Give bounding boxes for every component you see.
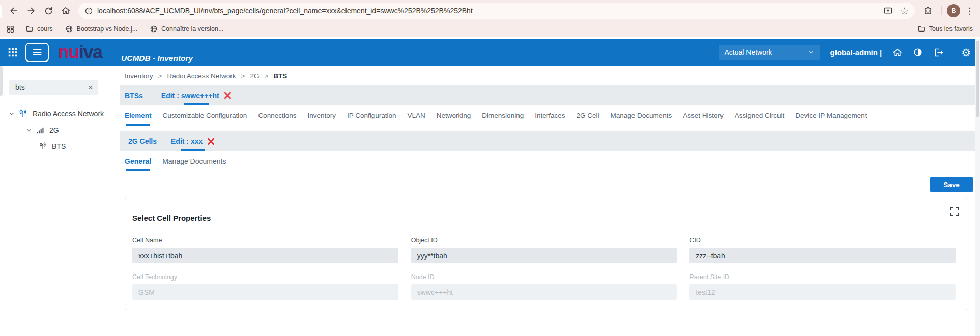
parent-site-id-input [689,284,956,300]
back-button[interactable] [5,2,22,19]
breadcrumb-item[interactable]: Radio Access Network [167,72,236,80]
bookmark-star-icon[interactable]: ☆ [900,6,909,16]
chevron-down-icon[interactable] [8,110,15,117]
field-cid: CID [689,237,956,263]
cell-name-input[interactable] [132,248,398,263]
site-info-icon[interactable] [84,7,93,15]
signal-bars-icon [36,126,44,135]
cid-input[interactable] [689,248,956,263]
bts-tab-strip: BTSs Edit : swwc+++ht [120,85,980,105]
tab-vlan[interactable]: VLAN [408,105,425,126]
element-tabs: Element Customizable Configuration Conne… [120,105,980,126]
reload-button[interactable] [40,2,57,19]
tab-connections[interactable]: Connections [258,105,296,126]
address-bar[interactable]: localhost:6088/ACE_UCMDB_UI/inv/bts_page… [78,3,915,19]
profile-avatar[interactable]: B [947,4,960,17]
active-tab-underline [126,169,150,171]
logged-in-user: global-admin | [830,48,882,57]
chevron-down-icon[interactable] [25,127,33,134]
field-label: Cell Technology [132,273,398,281]
network-select[interactable]: Actual Network [719,45,820,60]
bookmarks-bar: cours Bootstrap vs Node.j... Connaître l… [0,21,980,37]
breadcrumb: Inventory > Radio Access Network > 2G > … [120,66,980,85]
field-label: Parent Site ID [689,273,956,281]
settings-gear-icon[interactable]: ⚙ [961,47,971,58]
close-tab-icon[interactable] [224,91,232,99]
folder-icon [25,25,34,33]
breadcrumb-current: BTS [273,72,287,80]
object-id-input[interactable] [411,248,677,263]
page-title: UCMDB - Inventory [121,54,193,63]
breadcrumb-item[interactable]: 2G [250,72,259,80]
forward-button[interactable] [22,2,40,19]
apps-grid-icon[interactable] [6,25,15,34]
url-text: localhost:6088/ACE_UCMDB_UI/inv/bts_page… [97,7,473,15]
tree-item-radio-access-network[interactable]: Radio Access Network [0,106,120,122]
tab-2g-cells[interactable]: 2G Cells [128,137,157,145]
tab-element[interactable]: Element [125,105,152,126]
menu-toggle-button[interactable] [25,43,49,62]
field-parent-site-id: Parent Site ID [689,273,956,300]
search-input[interactable] [14,83,88,92]
breadcrumb-separator: > [158,72,162,80]
tab-customizable-configuration[interactable]: Customizable Configuration [163,105,247,126]
app-header: nuiva UCMDB - Inventory Actual Network g… [0,39,980,66]
page-scrollbar [975,39,980,336]
tab-edge-sliver [0,5,2,18]
tab-inventory[interactable]: Inventory [307,105,336,126]
install-app-icon[interactable] [883,6,893,16]
node-id-input [411,284,677,300]
tab-device-ip-management[interactable]: Device IP Management [795,105,867,126]
bookmark-connaitre-la-version[interactable]: Connaître la version... [150,25,223,33]
breadcrumb-item[interactable]: Inventory [125,72,153,80]
bookmark-bootstrap-vs-node[interactable]: Bootstrap vs Node.j... [65,25,138,33]
extensions-icon[interactable] [919,2,936,19]
panel-edge-handle[interactable] [0,66,3,96]
tree-item-2g[interactable]: 2G [0,122,120,138]
bookmark-cours[interactable]: cours [25,25,53,33]
sidebar: × Radio Access Network 2G [0,66,121,336]
field-label: CID [689,237,956,244]
tab-asset-history[interactable]: Asset History [683,105,724,126]
breadcrumb-separator: > [264,72,268,80]
browser-window: localhost:6088/ACE_UCMDB_UI/inv/bts_page… [0,0,980,336]
field-cell-technology: Cell Technology [132,273,398,300]
tab-networking[interactable]: Networking [437,105,471,126]
tab-manage-documents[interactable]: Manage Documents [610,105,672,126]
contrast-icon[interactable] [913,47,923,57]
clear-search-icon[interactable]: × [88,83,93,92]
nuiva-logo: nuiva [58,43,102,62]
tab-btss[interactable]: BTSs [125,91,143,100]
home-icon[interactable] [892,47,903,58]
card-title: Select Cell Properties [132,213,211,222]
tab-manage-documents-cell[interactable]: Manage Documents [162,151,226,171]
tab-general[interactable]: General [125,151,151,171]
home-button[interactable] [57,2,74,19]
tree-item-bts[interactable]: BTS [0,138,120,155]
tab-assigned-circuit[interactable]: Assigned Circuit [735,105,785,126]
close-tab-icon[interactable] [207,138,215,145]
bookmarks-divider [912,25,912,33]
sidebar-search-box: × [9,80,98,95]
field-node-id: Node ID [411,273,677,300]
tab-dimensioning[interactable]: Dimensioning [482,105,524,126]
tab-ip-configuration[interactable]: IP Configuration [347,105,396,126]
app-launcher-icon[interactable] [7,47,18,58]
all-bookmarks-button[interactable]: Tous les favoris [917,25,973,33]
tab-interfaces[interactable]: Interfaces [535,105,565,126]
scrollbar-thumb[interactable] [976,41,979,117]
tab-edit-cell[interactable]: Edit : xxx [171,131,215,151]
field-object-id: Object ID [411,237,677,263]
fullscreen-expand-icon[interactable] [947,204,962,219]
tab-2g-cell[interactable]: 2G Cell [576,105,599,126]
browser-menu-icon[interactable]: ⋮ [965,7,974,15]
antenna-icon [39,142,47,150]
tree-item-label: 2G [49,126,59,134]
tree-item-label: BTS [52,142,66,150]
tab-edit-bts[interactable]: Edit : swwc+++ht [161,85,232,105]
logout-icon[interactable] [933,47,944,58]
browser-chrome: localhost:6088/ACE_UCMDB_UI/inv/bts_page… [0,0,980,37]
save-button[interactable]: Save [930,177,973,192]
active-tab-underline [126,124,150,126]
spacer [120,126,980,131]
